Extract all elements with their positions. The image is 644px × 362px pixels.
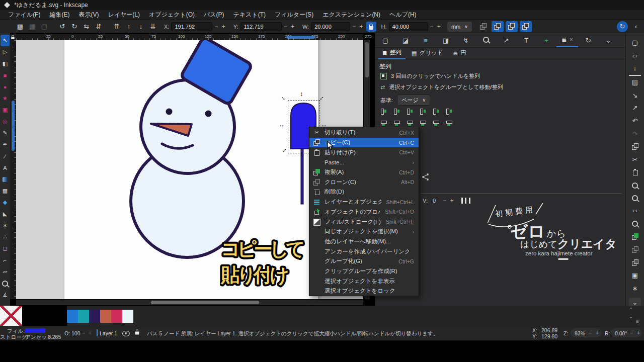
lock-ratio-toggle[interactable] [366,22,376,32]
redo-button[interactable]: ↷ [629,127,641,140]
align-option-move-as-group[interactable]: ⇄ 選択オブジェクトをグループとして移動/整列 [380,83,503,91]
x-spinner[interactable]: − + [212,23,228,30]
menu-object[interactable]: オブジェクト(O) [145,10,199,20]
star-tool[interactable]: ★ [1,93,10,104]
duplicate-button[interactable] [629,230,641,243]
new-document-button[interactable]: ▢ [629,36,641,49]
mesh-tool[interactable]: ▦ [1,185,10,197]
swatch-teal[interactable] [78,310,89,323]
rotation-minus[interactable]: − [630,330,633,336]
tweak-tool[interactable]: ∗ [1,220,10,231]
opacity-minus[interactable]: − [82,330,85,336]
scale-gradients-toggle[interactable] [506,21,518,32]
swatch-pale[interactable] [122,310,133,323]
symbols-dialog-icon[interactable]: ◨ [436,37,456,44]
node-tool[interactable]: ▷ [1,46,10,58]
import-button[interactable]: ↘ [629,88,641,102]
menu-item-duplicate[interactable]: 複製(A)Ctrl+D [309,167,419,177]
vertical-ruler[interactable] [10,40,16,299]
zoom-tool[interactable] [1,278,10,289]
opacity-plus[interactable]: + [89,330,92,336]
snowman-eye-right[interactable] [205,111,212,117]
align-left-button[interactable] [391,107,403,116]
scale-patterns-toggle[interactable] [520,21,532,32]
paste-button[interactable] [629,166,641,179]
menu-item-object-properties[interactable]: オブジェクトのプロパティ(O)...Shift+Ctrl+O [309,207,419,217]
snowman-eye-left[interactable] [166,109,173,115]
swatch-crimson[interactable] [111,310,122,323]
fill-stroke-dialog-icon[interactable]: ◪ [395,37,416,44]
flip-vertical-button[interactable]: ⇵ [93,21,105,32]
pencil-tool[interactable]: ✎ [1,127,10,139]
scale-corners-toggle[interactable] [492,21,504,32]
unlink-clone-button[interactable] [629,256,641,269]
select-all-button[interactable]: ▩ [14,21,26,32]
eraser-tool[interactable]: ◻ [1,243,10,254]
width-spinner[interactable]: − + [350,23,366,30]
layers-dialog-icon[interactable]: ≡ [416,37,436,44]
align-option-handles[interactable]: 3 回目のクリックでハンドルを整列 [380,72,480,80]
horizontal-scrollbar-thumb[interactable] [151,301,259,304]
box-3d-tool[interactable]: ▣ [1,104,10,116]
menu-text[interactable]: テキスト(T) [229,10,270,20]
zoom-value[interactable]: 93% [575,330,585,336]
menu-item-delete[interactable]: 削除(D) [309,187,419,197]
width-field[interactable]: 20.000 [311,22,350,31]
v-gap-value[interactable]: 0 [433,198,436,204]
menu-item-lock-selected[interactable]: 選択オブジェクトをロック [309,286,419,296]
rectangle-tool[interactable]: ■ [1,69,10,81]
clone-button[interactable] [629,243,641,256]
scale-stroke-toggle[interactable] [477,21,490,32]
opacity-value[interactable]: 100 [71,330,80,336]
zoom-1-1-button[interactable]: 1:1 [629,205,641,218]
pages-tool[interactable]: ▱ [1,266,10,278]
print-button[interactable]: ▤ [629,76,641,89]
group-button[interactable]: ▣ [629,269,641,282]
menu-item-clip-group[interactable]: クリップグループを作成(R) [309,266,419,277]
relative-to-select[interactable]: ページ∨ [397,95,430,106]
cut-button[interactable]: ✂ [629,153,641,166]
menu-file[interactable]: ファイル(F) [4,10,44,20]
find-dialog-icon[interactable] [476,37,496,44]
unit-select[interactable]: mm∨ [447,21,472,32]
menu-view[interactable]: 表示(V) [74,10,103,20]
swatch-orange[interactable] [100,310,111,323]
lower-to-bottom-button[interactable]: ⇊ [147,21,159,32]
menu-item-select-same[interactable]: 同じオブジェクトを選択(M)› [309,227,419,237]
tab-circular[interactable]: ⊕円 [449,47,470,59]
x-field[interactable]: 191.792 [171,22,212,31]
palette-scroll-down-icon[interactable]: ⌄ [629,314,633,319]
menu-item-paste-submenu[interactable]: Paste...› [309,157,419,167]
menu-item-copy[interactable]: コピー(C)Ctrl+C [309,138,419,148]
v-gap-spinner[interactable]: − + [441,197,456,204]
rotation-plus[interactable]: + [637,330,640,336]
menu-item-hide-selected[interactable]: 選択オブジェクトを非表示 [309,276,419,286]
undo-button[interactable]: ↶ [629,115,641,128]
scale-handle-s[interactable]: ↕ [300,151,303,157]
zoom-drawing-button[interactable] [629,192,641,205]
menu-item-group[interactable]: グループ化(G)Ctrl+G [309,256,419,266]
menu-item-move-to-layer[interactable]: 他のレイヤーへ移動(M)... [309,237,419,247]
save-document-button[interactable]: ↓ [629,62,641,76]
paint-bucket-tool[interactable]: ◣ [1,208,10,220]
y-field[interactable]: 112.719 [240,22,282,31]
layer-visibility-icon[interactable] [122,331,130,337]
open-document-button[interactable]: ▱ [629,49,641,62]
zoom-page-button[interactable] [629,218,641,231]
active-dialog-tab[interactable]: ≣ × [556,33,578,47]
raise-to-top-button[interactable]: ⇈ [111,21,123,32]
flip-horizontal-button[interactable]: ⇆ [80,21,93,32]
scale-handle-n[interactable]: ↕ [300,91,303,97]
menu-help[interactable]: ヘルプ(H) [385,10,421,20]
text-tool[interactable]: A [1,162,10,173]
gradient-tool[interactable] [1,173,10,185]
rotate-cw-button[interactable]: ↻ [68,21,80,32]
ellipse-tool[interactable]: ● [1,81,10,93]
current-layer-name[interactable]: Layer 1 [100,330,117,336]
align-left-edge-button[interactable] [378,107,389,116]
export-button[interactable]: ↗ [629,102,641,115]
tab-grid[interactable]: ▦グリッド [408,47,447,59]
y-spinner[interactable]: − + [282,23,297,30]
zoom-selection-button[interactable] [629,179,641,192]
align-text-h-button[interactable] [444,107,455,116]
